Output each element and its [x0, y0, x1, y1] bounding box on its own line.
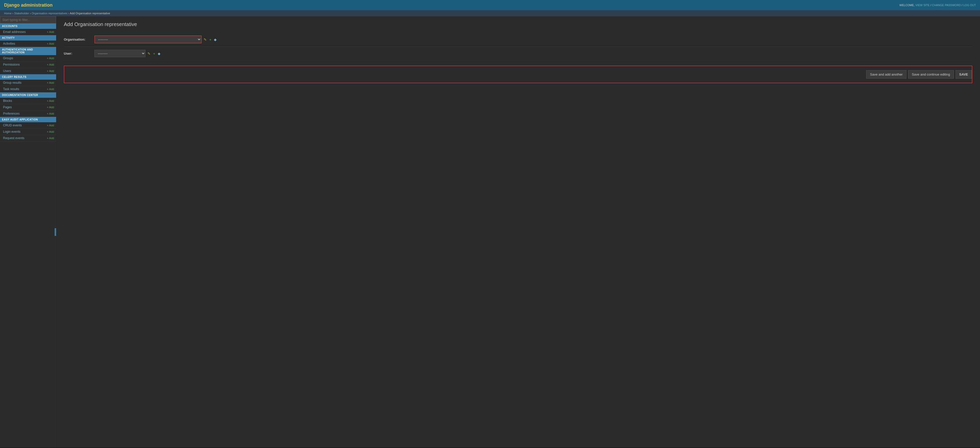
- sidebar-item-crud-events: CRUD events + Add: [0, 122, 56, 129]
- sidebar-link-preferences[interactable]: Preferences: [3, 112, 20, 115]
- user-select[interactable]: ---------: [94, 50, 145, 57]
- sidebar: ACCOUNTS Email addresses + Add ACTIVITY …: [0, 16, 56, 448]
- change-password-link[interactable]: CHANGE PASSWORD: [932, 3, 961, 6]
- breadcrumb-stakeholder[interactable]: Stakeholder: [14, 12, 29, 15]
- sidebar-link-group-results[interactable]: Group results: [3, 81, 21, 84]
- sidebar-link-permissions[interactable]: Permissions: [3, 63, 20, 66]
- sidebar-link-task-results[interactable]: Task results: [3, 87, 19, 91]
- sidebar-link-request-events[interactable]: Request events: [3, 136, 24, 140]
- sidebar-add-login-events[interactable]: + Add: [47, 130, 54, 133]
- sidebar-section-header-accounts: ACCOUNTS: [0, 24, 56, 29]
- sidebar-add-blocks[interactable]: + Add: [47, 99, 54, 102]
- organisation-clear-button[interactable]: ◆: [213, 37, 217, 42]
- sidebar-section-easy-audit: EASY AUDIT APPLICATION CRUD events + Add…: [0, 117, 56, 142]
- sidebar-item-task-results: Task results + Add: [0, 86, 56, 92]
- sidebar-link-email-addresses[interactable]: Email addresses: [3, 30, 26, 34]
- sidebar-item-activities: Activities + Add: [0, 41, 56, 47]
- sidebar-add-activities[interactable]: + Add: [47, 42, 54, 45]
- sidebar-section-auth: AUTHENTICATION AND AUTHORIZATION Groups …: [0, 47, 56, 74]
- site-header: Django administration WELCOME, VIEW SITE…: [0, 0, 980, 10]
- sidebar-section-doc-center: DOCUMENTATION CENTER Blocks + Add Pages …: [0, 92, 56, 117]
- user-add-button[interactable]: +: [153, 51, 156, 56]
- user-clear-button[interactable]: ◆: [157, 51, 161, 56]
- sidebar-item-request-events: Request events + Add: [0, 135, 56, 142]
- sidebar-add-permissions[interactable]: + Add: [47, 63, 54, 66]
- sidebar-section-activity: ACTIVITY Activities + Add: [0, 35, 56, 47]
- view-site-link[interactable]: VIEW SITE: [915, 3, 930, 6]
- sidebar-section-header-activity: ACTIVITY: [0, 35, 56, 41]
- sidebar-item-blocks: Blocks + Add: [0, 98, 56, 104]
- breadcrumb-home[interactable]: Home: [4, 12, 11, 15]
- sidebar-add-task-results[interactable]: + Add: [47, 88, 54, 91]
- sidebar-section-header-auth: AUTHENTICATION AND AUTHORIZATION: [0, 47, 56, 55]
- organisation-label: Organisation:: [64, 38, 94, 41]
- sidebar-link-activities[interactable]: Activities: [3, 42, 15, 45]
- sidebar-section-header-easy-audit: EASY AUDIT APPLICATION: [0, 117, 56, 122]
- sidebar-add-preferences[interactable]: + Add: [47, 112, 54, 115]
- sidebar-section-header-celery: CELERY RESULTS: [0, 74, 56, 80]
- sidebar-link-crud-events[interactable]: CRUD events: [3, 124, 22, 127]
- sidebar-item-login-events: Login events + Add: [0, 129, 56, 135]
- user-label: User:: [64, 51, 94, 56]
- organisation-select[interactable]: ---------: [94, 35, 202, 43]
- sidebar-add-users[interactable]: + Add: [47, 69, 54, 72]
- save-button[interactable]: SAVE: [956, 70, 972, 79]
- sidebar-add-request-events[interactable]: + Add: [47, 137, 54, 140]
- sidebar-add-groups[interactable]: + Add: [47, 57, 54, 60]
- sidebar-link-users[interactable]: Users: [3, 69, 11, 73]
- user-row: User: --------- ✎ + ◆: [64, 47, 972, 61]
- sidebar-section-celery: CELERY RESULTS Group results + Add Task …: [0, 74, 56, 92]
- sidebar-item-email-addresses: Email addresses + Add: [0, 29, 56, 35]
- sidebar-link-pages[interactable]: Pages: [3, 105, 12, 109]
- submit-row: Save and add another Save and continue e…: [64, 65, 972, 83]
- page-title: Add Organisation representative: [64, 21, 972, 27]
- site-title[interactable]: Django administration: [4, 3, 52, 8]
- sidebar-item-users: Users + Add: [0, 68, 56, 74]
- sidebar-section-accounts: ACCOUNTS Email addresses + Add: [0, 24, 56, 35]
- sidebar-add-crud-events[interactable]: + Add: [47, 124, 54, 127]
- sidebar-add-pages[interactable]: + Add: [47, 106, 54, 109]
- save-and-add-another-button[interactable]: Save and add another: [866, 70, 907, 79]
- sidebar-collapse-button[interactable]: «: [55, 228, 56, 236]
- sidebar-item-permissions: Permissions + Add: [0, 62, 56, 68]
- sidebar-add-email-addresses[interactable]: + Add: [47, 30, 54, 33]
- breadcrumb-org-reps[interactable]: Organisation representatives: [32, 12, 68, 15]
- organisation-add-button[interactable]: +: [209, 37, 212, 42]
- sidebar-link-login-events[interactable]: Login events: [3, 130, 21, 134]
- welcome-text: WELCOME,: [899, 3, 915, 6]
- user-edit-button[interactable]: ✎: [147, 51, 151, 56]
- sidebar-item-preferences: Preferences + Add: [0, 110, 56, 117]
- sidebar-item-group-results: Group results + Add: [0, 80, 56, 86]
- breadcrumb: Home › Stakeholder › Organisation repres…: [0, 10, 980, 16]
- sidebar-item-pages: Pages + Add: [0, 104, 56, 110]
- sidebar-add-group-results[interactable]: + Add: [47, 81, 54, 84]
- main-container: ACCOUNTS Email addresses + Add ACTIVITY …: [0, 16, 980, 448]
- sidebar-item-groups: Groups + Add: [0, 55, 56, 62]
- organisation-edit-button[interactable]: ✎: [203, 37, 207, 42]
- breadcrumb-current: Add Organisation representative: [70, 12, 110, 15]
- log-out-link[interactable]: LOG OUT: [963, 3, 976, 6]
- organisation-row: Organisation: --------- ✎ + ◆: [64, 32, 972, 47]
- save-and-continue-editing-button[interactable]: Save and continue editing: [908, 70, 954, 79]
- sidebar-filter-input[interactable]: [0, 16, 56, 24]
- header-user-info: WELCOME, VIEW SITE / CHANGE PASSWORD / L…: [899, 3, 976, 6]
- main-content: Add Organisation representative Organisa…: [56, 16, 980, 448]
- user-field-wrapper: --------- ✎ + ◆: [94, 50, 161, 57]
- add-form: Organisation: --------- ✎ + ◆ User: ----…: [64, 32, 972, 83]
- sidebar-link-groups[interactable]: Groups: [3, 56, 13, 60]
- organisation-field-wrapper: --------- ✎ + ◆: [94, 35, 217, 43]
- sidebar-link-blocks[interactable]: Blocks: [3, 99, 12, 103]
- sidebar-section-header-doc-center: DOCUMENTATION CENTER: [0, 92, 56, 98]
